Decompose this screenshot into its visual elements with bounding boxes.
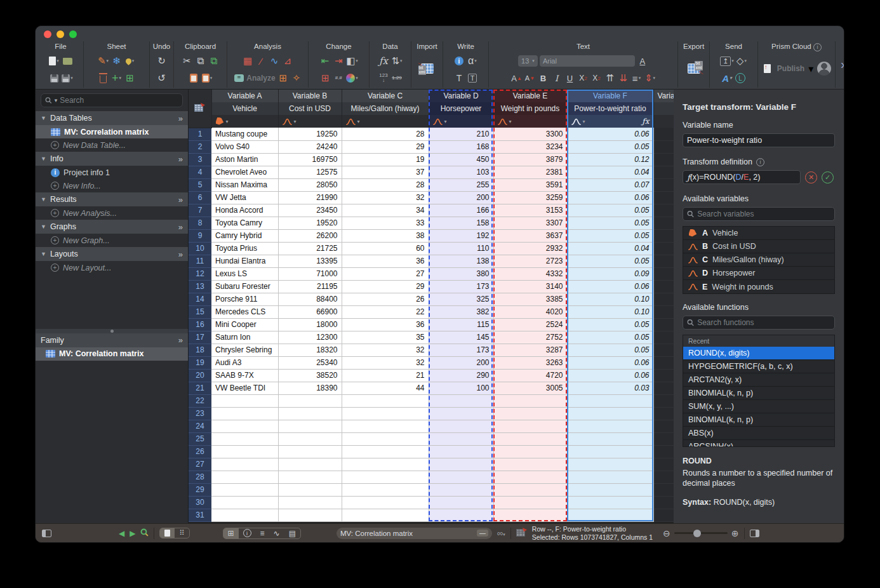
data-cell[interactable] xyxy=(278,496,342,509)
data-cell[interactable] xyxy=(278,407,342,420)
data-cell[interactable]: 3300 xyxy=(493,128,567,140)
data-cell[interactable]: 29 xyxy=(342,280,429,293)
sidebar-splitter[interactable] xyxy=(36,329,188,333)
new-info-button[interactable]: + New Info... xyxy=(36,179,188,192)
zoom-in-button[interactable]: ⊕ xyxy=(731,528,739,538)
data-cell[interactable]: 18320 xyxy=(278,344,342,356)
row-number-cell[interactable]: 24 xyxy=(189,420,211,432)
data-cell[interactable]: 158 xyxy=(429,217,493,229)
data-cell[interactable]: 0.05 xyxy=(567,229,653,242)
data-cell[interactable] xyxy=(567,458,653,471)
data-cell[interactable]: 166 xyxy=(429,204,493,217)
data-cell[interactable]: 0.05 xyxy=(567,344,653,356)
bold-button[interactable]: B xyxy=(538,72,549,84)
data-cell[interactable] xyxy=(429,458,493,471)
function-item[interactable]: ARCTAN2(y, x) xyxy=(683,373,834,387)
data-cell[interactable] xyxy=(567,483,653,496)
sidebar-item-project-info[interactable]: i Project info 1 xyxy=(36,166,188,179)
data-cell[interactable] xyxy=(342,496,429,509)
row-number-cell[interactable]: 13 xyxy=(189,280,211,293)
section-info[interactable]: ▼ Info » xyxy=(36,152,188,166)
data-cell[interactable]: 32 xyxy=(342,191,429,204)
rotate-text-up-button[interactable]: ⇈ xyxy=(604,72,616,84)
data-cell[interactable] xyxy=(567,394,653,407)
copy-special-button[interactable]: ⧉ xyxy=(208,55,220,67)
data-cell[interactable] xyxy=(493,432,567,445)
column-header[interactable]: Variable C xyxy=(342,90,429,102)
data-cell[interactable]: 29 xyxy=(342,140,429,153)
cancel-transform-button[interactable]: ✕ xyxy=(805,171,817,184)
data-cell[interactable] xyxy=(342,509,429,521)
zoom-window-button[interactable] xyxy=(69,30,77,38)
data-cell[interactable]: 21195 xyxy=(278,280,342,293)
section-results[interactable]: ▼ Results » xyxy=(36,192,188,206)
layout-view-button[interactable]: ▤ xyxy=(284,528,300,538)
variable-item[interactable]: AVehicle xyxy=(683,227,834,240)
data-cell[interactable]: 0.04 xyxy=(567,166,653,178)
data-cell[interactable]: 0.12 xyxy=(567,153,653,166)
data-cell[interactable]: 37 xyxy=(342,166,429,178)
data-cell[interactable] xyxy=(429,496,493,509)
number-rows-icon[interactable]: 123↓ xyxy=(378,72,389,84)
copy-button[interactable]: ⧉ xyxy=(195,55,206,67)
row-number-cell[interactable]: 19 xyxy=(189,356,211,369)
data-cell[interactable]: 255 xyxy=(429,178,493,191)
row-number-cell[interactable]: 12 xyxy=(189,267,211,280)
data-cell[interactable]: 0.06 xyxy=(567,128,653,140)
section-graphs[interactable]: ▼ Graphs » xyxy=(36,220,188,234)
data-cell[interactable] xyxy=(493,420,567,432)
cut-button[interactable]: ✂ xyxy=(182,55,193,67)
column-type-cell[interactable]: ▾ xyxy=(211,115,278,128)
row-number-cell[interactable]: 31 xyxy=(189,509,211,521)
data-cell[interactable]: 21990 xyxy=(278,191,342,204)
back-button[interactable]: ◀ xyxy=(119,529,124,538)
data-cell[interactable]: 290 xyxy=(429,369,493,382)
data-cell[interactable]: 0.03 xyxy=(567,382,653,394)
data-cell[interactable]: Chevrolet Aveo xyxy=(211,166,278,178)
new-graph-button[interactable]: + New Graph... xyxy=(36,234,188,247)
data-cell[interactable] xyxy=(278,445,342,458)
data-cell[interactable]: 0.05 xyxy=(567,331,653,344)
data-cell[interactable]: Aston Martin xyxy=(211,153,278,166)
data-cell[interactable]: 0.07 xyxy=(567,178,653,191)
data-cell[interactable]: 36 xyxy=(342,318,429,331)
data-cell[interactable]: 0.09 xyxy=(567,267,653,280)
function-item[interactable]: ABS(x) xyxy=(683,427,834,440)
rotate-text-down-button[interactable]: ⇊ xyxy=(618,72,629,84)
data-cell[interactable] xyxy=(493,483,567,496)
data-cell[interactable] xyxy=(493,407,567,420)
row-number-cell[interactable]: 17 xyxy=(189,331,211,344)
import-data-button[interactable]: →txtxml xyxy=(421,56,434,81)
row-number-cell[interactable]: 30 xyxy=(189,496,211,509)
sidebar-search-input[interactable] xyxy=(60,96,178,105)
data-cell[interactable]: 66900 xyxy=(278,305,342,318)
export-object-button[interactable]: ◇▾ xyxy=(736,55,747,67)
data-cell[interactable]: SAAB 9-7X xyxy=(211,369,278,382)
data-cell[interactable]: Hundai Elantra xyxy=(211,255,278,267)
section-overflow-icon[interactable]: » xyxy=(178,335,183,345)
data-cell[interactable]: Toyota Camry xyxy=(211,217,278,229)
status-search-icon[interactable] xyxy=(140,528,149,539)
function-item[interactable]: HYPGEOMETRICF(a, b, c, x) xyxy=(683,360,834,373)
column-type-cell[interactable]: ▾ xyxy=(493,115,567,128)
new-analysis-button[interactable]: + New Analysis... xyxy=(36,206,188,220)
data-cell[interactable] xyxy=(278,432,342,445)
data-cell[interactable] xyxy=(567,509,653,521)
data-cell[interactable]: 173 xyxy=(429,344,493,356)
data-cell[interactable]: Mini Cooper xyxy=(211,318,278,331)
zoom-slider[interactable] xyxy=(674,532,728,534)
chevron-down-icon[interactable]: ▼ xyxy=(41,224,46,230)
transform-info-icon[interactable]: i xyxy=(756,158,764,166)
column-subtitle[interactable]: Horsepower xyxy=(429,102,493,115)
data-cell[interactable]: 3005 xyxy=(493,382,567,394)
data-cell[interactable]: 12575 xyxy=(278,166,342,178)
forward-button[interactable]: ▶ xyxy=(130,529,135,538)
data-cell[interactable]: 88400 xyxy=(278,293,342,305)
search-variables-box[interactable] xyxy=(683,207,835,221)
undo-button[interactable]: ↺ xyxy=(156,72,168,84)
data-cell[interactable]: Honda Accord xyxy=(211,204,278,217)
analysis-table-icon[interactable]: ⊞ xyxy=(277,72,289,84)
data-cell[interactable]: 3259 xyxy=(493,191,567,204)
fill-icon[interactable]: ◧▾ xyxy=(346,55,358,67)
data-cell[interactable]: 200 xyxy=(429,191,493,204)
